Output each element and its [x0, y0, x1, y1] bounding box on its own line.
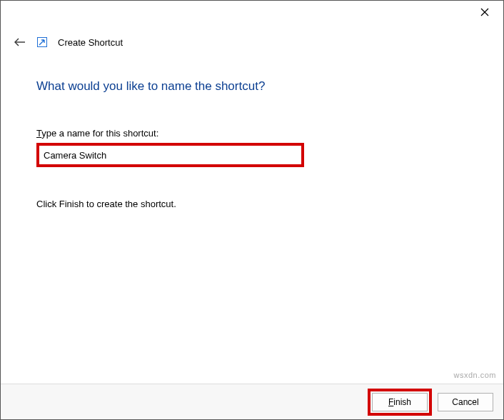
instruction-text: Click Finish to create the shortcut. [36, 199, 468, 209]
cancel-button[interactable]: Cancel [438, 393, 493, 411]
shortcut-icon [36, 36, 48, 48]
back-button[interactable] [14, 37, 26, 47]
wizard-window: Create Shortcut What would you like to n… [0, 0, 504, 420]
name-field-label: Type a name for this shortcut: [36, 128, 468, 139]
main-heading: What would you like to name the shortcut… [36, 79, 468, 94]
watermark-text: wsxdn.com [453, 371, 496, 379]
page-title: Create Shortcut [58, 37, 123, 48]
finish-button-highlight: Finish [368, 389, 432, 416]
name-input-highlight [36, 143, 304, 167]
footer-bar: Finish Cancel [1, 384, 503, 419]
content-area: What would you like to name the shortcut… [1, 48, 503, 384]
close-icon [480, 8, 489, 16]
close-button[interactable] [475, 2, 495, 22]
header-row: Create Shortcut [1, 24, 503, 48]
back-arrow-icon [14, 37, 26, 47]
finish-button[interactable]: Finish [372, 393, 428, 411]
titlebar [1, 1, 503, 24]
shortcut-name-input[interactable] [44, 150, 297, 161]
